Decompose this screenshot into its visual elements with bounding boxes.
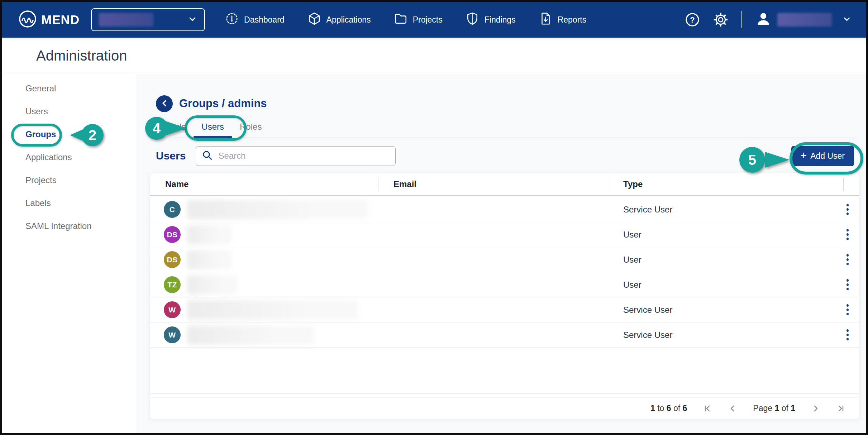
help-icon[interactable]: ?	[685, 12, 700, 27]
plus-icon: +	[801, 150, 807, 161]
user-type: User	[608, 280, 844, 290]
nav-item-applications[interactable]: Applications	[307, 12, 371, 28]
tab-details[interactable]: Details	[159, 122, 186, 138]
user-name-cell: C	[150, 197, 378, 222]
nav-item-label: Applications	[326, 15, 371, 25]
sidebar-item-users[interactable]: Users	[2, 100, 137, 123]
nav-item-dashboard[interactable]: Dashboard	[225, 12, 285, 28]
user-name-cell: TZ	[150, 272, 378, 297]
sidebar-item-labels[interactable]: Labels	[2, 192, 137, 215]
nav-item-reports[interactable]: Reports	[539, 12, 587, 28]
table-empty-area	[150, 348, 859, 394]
chevron-left-icon	[161, 99, 168, 108]
redacted-name	[187, 300, 358, 320]
user-name-cell: W	[150, 297, 378, 322]
tab-users[interactable]: Users	[201, 122, 224, 138]
user-name-cell: DS	[150, 222, 378, 247]
nav-item-label: Dashboard	[244, 15, 285, 25]
nav-item-label: Findings	[485, 15, 516, 25]
tab-roles[interactable]: Roles	[240, 122, 262, 138]
nav-item-label: Projects	[413, 15, 443, 25]
row-menu-button[interactable]	[844, 301, 859, 318]
document-download-icon	[539, 12, 552, 28]
avatar: C	[164, 201, 181, 218]
user-menu[interactable]	[755, 11, 851, 29]
nav-item-label: Reports	[558, 15, 587, 25]
pagination-page-label: Page 1 of 1	[753, 403, 795, 413]
nav-item-findings[interactable]: Findings	[466, 12, 516, 28]
chevron-down-icon	[843, 15, 851, 25]
navbar-divider	[741, 11, 742, 28]
main-content: Groups / admins Details Users Roles User…	[137, 74, 866, 433]
gauge-icon	[225, 12, 239, 28]
user-icon	[755, 11, 772, 29]
row-menu-button[interactable]	[844, 326, 859, 343]
row-menu-button[interactable]	[844, 226, 859, 243]
section-title: Users	[156, 150, 186, 162]
row-menu-button[interactable]	[844, 251, 859, 268]
gear-icon[interactable]	[713, 12, 729, 28]
pagination-range: 1 to 6 of 6	[650, 403, 687, 413]
avatar: W	[164, 301, 181, 318]
table-row: C Service User	[150, 197, 859, 222]
table-row: W Service User	[150, 322, 859, 348]
page-header: Administration	[2, 38, 866, 74]
folder-icon	[394, 12, 407, 28]
main-navigation: Dashboard Applications P	[225, 12, 586, 28]
table-row: TZ User	[150, 272, 859, 297]
nav-item-projects[interactable]: Projects	[394, 12, 443, 28]
table-row: DS User	[150, 222, 859, 247]
search-icon	[202, 150, 213, 162]
row-menu-button[interactable]	[844, 201, 859, 218]
first-page-button[interactable]	[703, 404, 712, 413]
redacted-name	[187, 325, 314, 345]
brand-name: MEND	[41, 13, 80, 27]
table-header: Name Email Type	[150, 173, 859, 195]
row-menu-button[interactable]	[844, 276, 859, 293]
page-title: Administration	[36, 48, 127, 64]
admin-sidebar: General Users Groups Applications Projec…	[2, 74, 137, 433]
sidebar-item-saml-integration[interactable]: SAML Integration	[2, 215, 137, 238]
user-type: User	[608, 255, 844, 265]
redacted-username	[777, 13, 832, 27]
column-header-type[interactable]: Type	[608, 173, 844, 195]
navbar-right: ?	[685, 11, 851, 29]
user-type: Service User	[608, 305, 844, 315]
pagination-bar: 1 to 6 of 6	[150, 397, 859, 419]
avatar: DS	[164, 226, 181, 243]
avatar: W	[164, 326, 181, 343]
app-window: MEND Dashboard	[0, 0, 868, 435]
last-page-button[interactable]	[836, 404, 845, 413]
sidebar-item-applications[interactable]: Applications	[2, 146, 137, 169]
sidebar-item-general[interactable]: General	[2, 77, 137, 100]
top-navbar: MEND Dashboard	[2, 2, 866, 38]
previous-page-button[interactable]	[728, 404, 737, 413]
next-page-button[interactable]	[811, 404, 820, 413]
svg-text:?: ?	[690, 15, 695, 24]
table-row: DS User	[150, 247, 859, 272]
avatar: TZ	[164, 276, 181, 293]
sidebar-item-projects[interactable]: Projects	[2, 169, 137, 192]
search-input[interactable]	[218, 151, 390, 161]
sidebar-item-groups[interactable]: Groups	[2, 123, 137, 146]
users-table-card: Name Email Type C Service User	[150, 173, 859, 419]
avatar: DS	[164, 251, 181, 268]
cube-icon	[307, 12, 321, 28]
breadcrumb: Groups / admins	[179, 97, 267, 110]
chevron-down-icon	[188, 14, 197, 25]
user-name-cell: W	[150, 322, 378, 347]
add-user-button[interactable]: + Add User	[791, 146, 854, 166]
column-header-name[interactable]: Name	[150, 173, 378, 195]
table-row: W Service User	[150, 297, 859, 322]
user-type: Service User	[608, 205, 844, 215]
redacted-name	[187, 225, 232, 244]
mend-logo-icon	[18, 10, 37, 30]
back-button[interactable]	[156, 95, 173, 112]
column-header-actions	[844, 173, 859, 195]
redacted-name	[187, 250, 232, 269]
search-box	[196, 146, 396, 166]
column-header-email[interactable]: Email	[378, 173, 608, 195]
mend-logo[interactable]: MEND	[18, 10, 80, 30]
organization-selector[interactable]	[91, 8, 205, 31]
user-type: Service User	[608, 330, 844, 340]
